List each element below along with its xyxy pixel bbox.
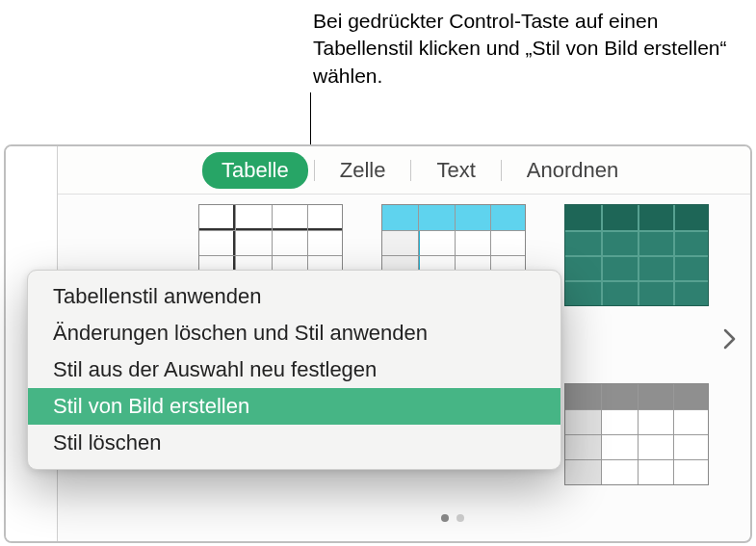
tab-separator (410, 160, 411, 181)
tab-cell[interactable]: Zelle (321, 152, 405, 189)
tab-arrange[interactable]: Anordnen (508, 152, 638, 189)
tab-text[interactable]: Text (417, 152, 494, 189)
styles-next-page[interactable] (716, 320, 744, 358)
page-dot[interactable] (456, 514, 464, 522)
menu-redefine-from-selection[interactable]: Stil aus der Auswahl neu festlegen (28, 351, 560, 388)
tab-separator (501, 160, 502, 181)
inspector-tab-bar: Tabelle Zelle Text Anordnen (58, 146, 750, 195)
table-style-gray-header[interactable] (564, 383, 709, 485)
instruction-callout: Bei gedrückter Control-Taste auf einen T… (313, 8, 746, 90)
menu-apply-style[interactable]: Tabellenstil anwenden (28, 278, 560, 315)
tab-separator (314, 160, 315, 181)
menu-delete-style[interactable]: Stil löschen (28, 425, 560, 461)
page-dots (441, 514, 464, 522)
table-style-context-menu: Tabellenstil anwenden Änderungen löschen… (27, 270, 561, 470)
page-dot[interactable] (441, 514, 449, 522)
table-style-teal[interactable] (564, 204, 709, 306)
chevron-right-icon (723, 328, 737, 350)
tab-table[interactable]: Tabelle (202, 152, 308, 189)
menu-clear-and-apply[interactable]: Änderungen löschen und Stil anwenden (28, 315, 560, 351)
menu-create-from-image[interactable]: Stil von Bild erstellen (28, 388, 560, 425)
